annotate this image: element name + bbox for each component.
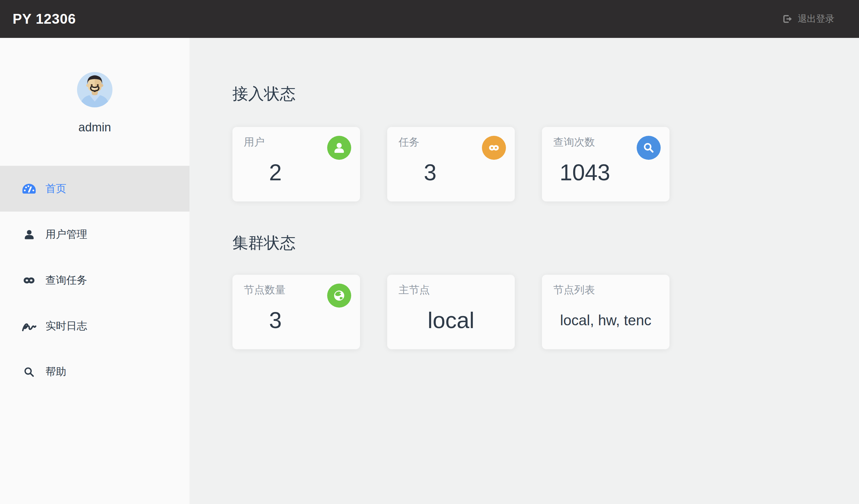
- sidebar-item-realtime-logs[interactable]: 实时日志: [0, 303, 190, 349]
- user-avatar: [76, 71, 113, 108]
- infinity-icon: [482, 136, 506, 160]
- sign-out-icon: [783, 15, 793, 24]
- stat-card-node-list: 节点列表 local, hw, tenc: [542, 275, 669, 349]
- sidebar-item-label: 用户管理: [45, 227, 87, 242]
- card-value: local, hw, tenc: [542, 304, 669, 337]
- logout-label: 退出登录: [798, 13, 834, 25]
- profile-block: admin: [0, 38, 190, 135]
- wave-icon: [20, 320, 38, 332]
- card-value: 2: [232, 156, 318, 189]
- search-icon: [20, 366, 38, 378]
- sidebar-item-label: 实时日志: [45, 319, 87, 333]
- main-content: 接入状态 用户 2 任务 3: [190, 38, 859, 504]
- card-label: 节点列表: [553, 283, 595, 297]
- sidebar-menu: 首页 用户管理 查询任务: [0, 166, 190, 395]
- sidebar-item-home[interactable]: 首页: [0, 166, 190, 212]
- stat-card-node-count: 节点数量 3: [232, 275, 360, 349]
- card-label: 节点数量: [244, 283, 286, 297]
- card-value: 3: [387, 156, 473, 189]
- card-label: 用户: [244, 135, 265, 149]
- section-title-access-status: 接入状态: [232, 85, 859, 102]
- stat-card-master-node: 主节点 local: [387, 275, 515, 349]
- access-status-cards: 用户 2 任务 3 查询次数: [232, 127, 859, 201]
- infinity-icon: [20, 275, 38, 286]
- card-label: 任务: [398, 135, 419, 149]
- search-icon: [637, 136, 661, 160]
- card-value: 1043: [542, 156, 628, 189]
- sidebar-item-label: 帮助: [45, 365, 66, 379]
- user-icon: [20, 229, 38, 240]
- sidebar: admin 首页: [0, 38, 190, 504]
- card-value: local: [387, 304, 515, 337]
- section-title-cluster-status: 集群状态: [232, 234, 859, 251]
- top-bar: PY 12306 退出登录: [0, 0, 859, 38]
- card-label: 主节点: [398, 283, 430, 297]
- globe-icon: [327, 284, 351, 308]
- dashboard-gauge-icon: [20, 183, 38, 195]
- card-label: 查询次数: [553, 135, 595, 149]
- sidebar-item-label: 查询任务: [45, 273, 87, 287]
- logout-button[interactable]: 退出登录: [781, 12, 836, 26]
- card-value: 3: [232, 304, 318, 337]
- stat-card-users: 用户 2: [232, 127, 360, 201]
- cluster-status-cards: 节点数量 3 主节点 local 节点列表 local, hw, tenc: [232, 275, 859, 349]
- sidebar-item-user-management[interactable]: 用户管理: [0, 212, 190, 257]
- user-icon: [327, 136, 351, 160]
- stat-card-tasks: 任务 3: [387, 127, 515, 201]
- username: admin: [78, 119, 111, 135]
- stat-card-query-count: 查询次数 1043: [542, 127, 669, 201]
- sidebar-item-label: 首页: [45, 182, 66, 196]
- app-root: PY 12306 退出登录: [0, 0, 859, 504]
- sidebar-item-help[interactable]: 帮助: [0, 349, 190, 395]
- sidebar-item-query-tasks[interactable]: 查询任务: [0, 257, 190, 303]
- app-title: PY 12306: [13, 11, 76, 27]
